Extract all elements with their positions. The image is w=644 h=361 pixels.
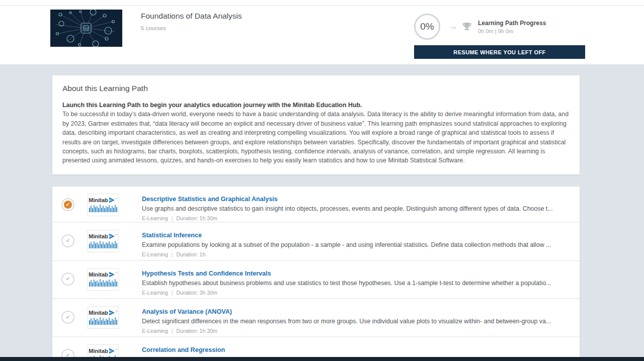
- course-meta: E-Learning|Duration: 1h 30m: [142, 215, 553, 221]
- course-description: Use graphs and descriptive statistics to…: [142, 205, 553, 212]
- trophy-icon: [462, 22, 472, 32]
- trademark-symbol: ™: [115, 272, 118, 275]
- course-status-icon: ✓: [61, 198, 74, 211]
- title-block: Foundations of Data Analysis 5 courses: [141, 9, 242, 64]
- trademark-symbol: ™: [115, 197, 118, 200]
- bar-chart-icon: [89, 204, 117, 212]
- arrow-right-icon: →: [449, 22, 457, 32]
- progress-label: Learning Path Progress: [478, 20, 546, 27]
- trademark-symbol: ™: [115, 310, 118, 313]
- course-duration: Duration: 1h 30m: [177, 328, 217, 334]
- minitab-logo: Minitab ™: [88, 194, 119, 216]
- minitab-logo-text: Minitab: [89, 348, 108, 354]
- minitab-logo-icon: [109, 233, 115, 239]
- check-icon: ✓: [64, 275, 72, 283]
- minitab-logo: Minitab ™: [88, 306, 119, 329]
- page-title: Foundations of Data Analysis: [141, 12, 242, 21]
- about-body: To be successful in today’s data-driven …: [62, 110, 570, 165]
- course-title-link[interactable]: Statistical Inference: [142, 232, 202, 239]
- check-icon: ✓: [64, 201, 72, 209]
- progress-labels: Learning Path Progress 0h 0m | 9h 0m: [478, 20, 546, 34]
- meta-separator: |: [168, 328, 177, 334]
- minitab-logo-icon: [109, 310, 115, 316]
- about-heading: About this Learning Path: [62, 84, 570, 93]
- course-duration: Duration: 3h 30m: [177, 290, 217, 296]
- course-meta: E-Learning|Duration: 1h 30m: [142, 328, 551, 334]
- course-description: Examine populations by looking at a subs…: [142, 241, 551, 248]
- learning-path-thumbnail: [50, 10, 122, 47]
- course-text: Hypothesis Tests and Confidence Interval…: [142, 267, 551, 296]
- course-title-link[interactable]: Analysis of Variance (ANOVA): [142, 308, 232, 315]
- minitab-logo-text: Minitab: [89, 197, 108, 203]
- course-row[interactable]: ✓ Minitab ™ Descriptive Statistics and G…: [52, 187, 580, 223]
- minitab-logo: Minitab ™: [88, 230, 119, 252]
- resume-button[interactable]: RESUME WHERE YOU LEFT OFF: [414, 45, 585, 59]
- bar-chart-icon: [89, 240, 117, 248]
- about-card: About this Learning Path Launch this Lea…: [52, 75, 580, 174]
- course-meta: E-Learning|Duration: 3h 30m: [142, 290, 551, 296]
- bottom-bar: [0, 357, 644, 361]
- minitab-logo-icon: [109, 348, 115, 354]
- course-description: Establish hypotheses about business prob…: [142, 280, 551, 287]
- minitab-logo-text: Minitab: [89, 233, 108, 239]
- progress-circle: 0%: [414, 14, 440, 40]
- top-strip: [0, 0, 644, 5]
- bar-chart-icon: [89, 317, 117, 325]
- course-title-link[interactable]: Descriptive Statistics and Graphical Ana…: [142, 196, 278, 203]
- meta-separator: |: [168, 290, 177, 296]
- meta-separator: |: [168, 251, 177, 257]
- course-duration: Duration: 1h: [177, 251, 206, 257]
- minitab-logo: Minitab ™: [88, 268, 119, 291]
- minitab-logo-text: Minitab: [89, 272, 108, 278]
- progress-row: 0% → Learning Path Progress 0h 0m | 9h 0…: [414, 14, 585, 40]
- course-title-link[interactable]: Hypothesis Tests and Confidence Interval…: [142, 270, 271, 277]
- minitab-logo-icon: [109, 272, 115, 278]
- course-type: E-Learning: [142, 290, 168, 296]
- course-status-icon: ✓: [61, 273, 74, 286]
- course-list: ✓ Minitab ™ Descriptive Statistics and G…: [52, 187, 580, 361]
- about-lead: Launch this Learning Path to begin your …: [62, 101, 570, 110]
- trademark-symbol: ™: [115, 348, 118, 351]
- course-count: 5 courses: [141, 25, 242, 31]
- learning-path-header: Foundations of Data Analysis 5 courses 0…: [0, 5, 644, 64]
- minitab-logo-text: Minitab: [89, 310, 108, 316]
- course-type: E-Learning: [142, 215, 168, 221]
- course-text: Statistical Inference Examine population…: [142, 229, 551, 257]
- check-icon: ✓: [64, 237, 72, 245]
- course-description: Detect significant differences in the me…: [142, 318, 551, 325]
- course-meta: E-Learning|Duration: 1h: [142, 251, 551, 257]
- meta-separator: |: [168, 215, 177, 221]
- course-type: E-Learning: [142, 328, 168, 334]
- course-title-link[interactable]: Correlation and Regression: [142, 346, 225, 353]
- trademark-symbol: ™: [115, 233, 118, 236]
- progress-time: 0h 0m | 9h 0m: [478, 28, 546, 34]
- course-text: Analysis of Variance (ANOVA) Detect sign…: [142, 306, 551, 334]
- course-status-icon: ✓: [61, 234, 74, 247]
- course-text: Descriptive Statistics and Graphical Ana…: [142, 193, 553, 221]
- course-type: E-Learning: [142, 251, 168, 257]
- course-status-icon: ✓: [61, 311, 74, 324]
- progress-panel: 0% → Learning Path Progress 0h 0m | 9h 0…: [414, 14, 585, 64]
- bar-chart-icon: [89, 279, 117, 287]
- course-row[interactable]: ✓ Minitab ™ Analysis of Variance (ANOVA)…: [52, 299, 580, 337]
- course-row[interactable]: ✓ Minitab ™ Statistical Inference Examin…: [52, 223, 580, 261]
- progress-percent: 0%: [420, 21, 434, 32]
- page-content: About this Learning Path Launch this Lea…: [0, 64, 644, 361]
- course-duration: Duration: 1h 30m: [177, 215, 217, 221]
- course-row[interactable]: ✓ Minitab ™ Hypothesis Tests and Confide…: [52, 261, 580, 299]
- check-icon: ✓: [64, 313, 72, 321]
- minitab-logo-icon: [109, 197, 115, 203]
